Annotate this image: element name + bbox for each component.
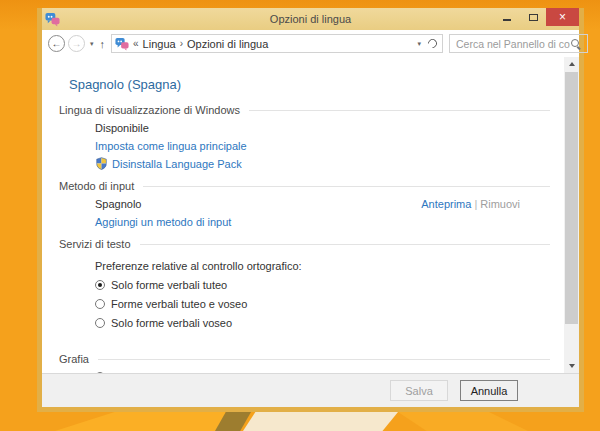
radio-button-icon[interactable] xyxy=(95,299,105,309)
radio-label: Forme verbali tuteo e voseo xyxy=(111,297,247,311)
radio-label: Solo forme verbali voseo xyxy=(111,316,232,330)
search-icon[interactable] xyxy=(570,38,582,50)
section-title: Lingua di visualizzazione di Windows xyxy=(59,103,240,117)
breadcrumb-lingua[interactable]: Lingua xyxy=(143,38,176,50)
breadcrumb-opzioni[interactable]: Opzioni di lingua xyxy=(187,38,268,50)
language-breadcrumb-icon xyxy=(115,37,129,51)
wallpaper-shape xyxy=(55,412,225,431)
address-dropdown-icon[interactable]: ▾ xyxy=(418,40,422,48)
wallpaper-shape xyxy=(243,412,398,431)
radio-button-icon[interactable] xyxy=(95,372,105,373)
add-input-method-link[interactable]: Aggiungi un metodo di input xyxy=(95,216,231,228)
radio-label: Solo forme verbali tuteo xyxy=(111,278,227,292)
section-divider xyxy=(140,244,550,245)
uac-shield-icon xyxy=(95,157,108,170)
search-input[interactable] xyxy=(450,38,570,50)
radio-button-icon[interactable] xyxy=(95,280,105,290)
link-separator: | xyxy=(474,198,477,210)
page-content: Spagnolo (Spagna) Lingua di visualizzazi… xyxy=(42,57,579,373)
forward-button: → xyxy=(68,35,85,52)
section-title: Servizi di testo xyxy=(59,237,131,251)
wallpaper-shape xyxy=(398,412,528,431)
history-dropdown-icon[interactable]: ▾ xyxy=(90,40,94,48)
caption-buttons: × xyxy=(494,8,579,26)
input-method-row: Spagnolo Anteprima|Rimuovi xyxy=(95,197,550,211)
vertical-scrollbar[interactable] xyxy=(564,57,579,373)
footer-bar: Salva Annulla xyxy=(42,373,579,407)
address-bar[interactable]: « Lingua › Opzioni di lingua ▾ xyxy=(111,34,443,53)
radio-option-voseo[interactable]: Solo forme verbali voseo xyxy=(95,316,550,330)
back-button[interactable]: ← xyxy=(48,35,65,52)
spelling-preferences-label: Preferenze relative al controllo ortogra… xyxy=(95,259,550,273)
language-options-window: Opzioni di lingua × ← → ▾ ↑ « xyxy=(37,8,584,412)
set-primary-language-link[interactable]: Imposta come lingua principale xyxy=(95,140,247,152)
section-divider xyxy=(143,186,550,187)
display-language-status: Disponibile xyxy=(95,121,550,135)
radio-button-icon[interactable] xyxy=(95,318,105,328)
titlebar[interactable]: Opzioni di lingua × xyxy=(42,8,579,30)
input-method-name: Spagnolo xyxy=(95,197,142,211)
save-button: Salva xyxy=(390,380,448,401)
minimize-button[interactable] xyxy=(494,8,520,26)
search-box[interactable] xyxy=(449,34,588,53)
navigation-bar: ← → ▾ ↑ « Lingua › Opzioni di lingua ▾ xyxy=(42,30,579,57)
section-input-method: Metodo di input xyxy=(59,179,550,193)
section-handwriting: Grafia xyxy=(59,352,550,366)
maximize-button[interactable] xyxy=(520,8,546,26)
radio-option-tuteo-voseo[interactable]: Forme verbali tuteo e voseo xyxy=(95,297,550,311)
breadcrumb-overflow[interactable]: « xyxy=(133,38,139,49)
desktop: Opzioni di lingua × ← → ▾ ↑ « xyxy=(0,0,600,431)
cancel-button[interactable]: Annulla xyxy=(460,380,518,401)
refresh-icon[interactable] xyxy=(426,37,439,50)
page-title: Spagnolo (Spagna) xyxy=(69,77,550,93)
radio-option-freehand[interactable]: Scrittura caratteri a mano libera xyxy=(95,370,550,373)
section-display-language: Lingua di visualizzazione di Windows xyxy=(59,103,550,117)
radio-option-tuteo[interactable]: Solo forme verbali tuteo xyxy=(95,278,550,292)
section-divider xyxy=(249,110,550,111)
uninstall-language-pack-link[interactable]: Disinstalla Language Pack xyxy=(112,158,242,170)
scroll-up-icon[interactable] xyxy=(564,57,579,71)
section-title: Metodo di input xyxy=(59,179,134,193)
breadcrumb-separator-icon[interactable]: › xyxy=(180,38,183,49)
maximize-icon xyxy=(529,14,538,21)
preview-link[interactable]: Anteprima xyxy=(421,198,471,210)
scroll-down-icon[interactable] xyxy=(564,359,579,373)
section-title: Grafia xyxy=(59,352,89,366)
scrollbar-thumb[interactable] xyxy=(565,72,578,324)
section-text-services: Servizi di testo xyxy=(59,237,550,251)
radio-label: Scrittura caratteri a mano libera xyxy=(111,370,264,373)
up-button[interactable]: ↑ xyxy=(100,38,106,50)
section-divider xyxy=(98,359,550,360)
uninstall-language-pack-row: Disinstalla Language Pack xyxy=(95,157,550,171)
close-button[interactable]: × xyxy=(546,8,579,26)
input-method-actions: Anteprima|Rimuovi xyxy=(421,197,520,211)
minimize-icon xyxy=(503,19,511,21)
remove-link: Rimuovi xyxy=(480,198,520,210)
